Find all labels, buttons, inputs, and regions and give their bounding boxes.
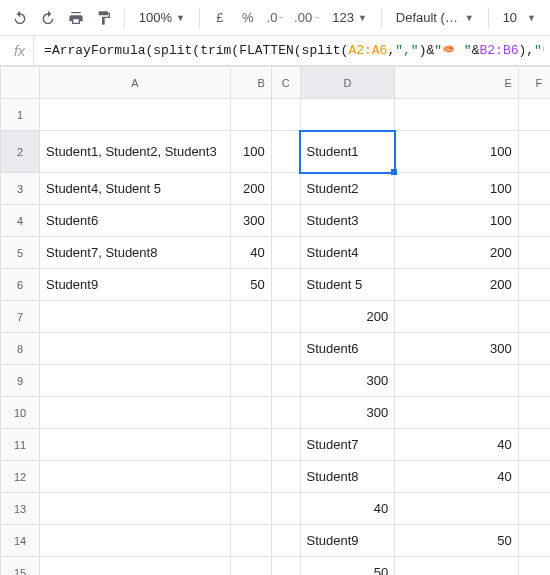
row-header[interactable]: 5 bbox=[1, 237, 40, 269]
col-header-D[interactable]: D bbox=[300, 67, 395, 99]
cell[interactable] bbox=[518, 461, 550, 493]
row-header[interactable]: 7 bbox=[1, 301, 40, 333]
cell[interactable] bbox=[230, 557, 271, 576]
cell[interactable] bbox=[230, 461, 271, 493]
row-header[interactable]: 14 bbox=[1, 525, 40, 557]
cell[interactable] bbox=[230, 333, 271, 365]
cell[interactable] bbox=[395, 365, 519, 397]
cell[interactable] bbox=[518, 301, 550, 333]
cell[interactable] bbox=[40, 461, 230, 493]
cell[interactable] bbox=[271, 365, 300, 397]
print-button[interactable] bbox=[64, 5, 88, 31]
cell[interactable] bbox=[40, 365, 230, 397]
active-cell[interactable]: Student1 bbox=[300, 131, 395, 173]
cell[interactable] bbox=[271, 525, 300, 557]
cell[interactable]: Student1, Student2, Student3 bbox=[40, 131, 230, 173]
cell[interactable]: 40 bbox=[395, 461, 519, 493]
cell[interactable]: Student7 bbox=[300, 429, 395, 461]
row-header[interactable]: 1 bbox=[1, 99, 40, 131]
cell[interactable] bbox=[395, 397, 519, 429]
select-all-corner[interactable] bbox=[1, 67, 40, 99]
col-header-B[interactable]: B bbox=[230, 67, 271, 99]
cell[interactable] bbox=[395, 557, 519, 576]
cell[interactable] bbox=[230, 301, 271, 333]
formula-input[interactable]: =ArrayFormula(split(trim(FLATTEN(split(A… bbox=[34, 43, 544, 58]
cell[interactable] bbox=[230, 493, 271, 525]
cell[interactable] bbox=[230, 397, 271, 429]
fill-handle[interactable] bbox=[391, 169, 397, 175]
cell[interactable] bbox=[230, 99, 271, 131]
cell[interactable]: 300 bbox=[300, 397, 395, 429]
cell[interactable] bbox=[518, 99, 550, 131]
cell[interactable] bbox=[395, 493, 519, 525]
cell[interactable] bbox=[518, 333, 550, 365]
cell[interactable] bbox=[271, 301, 300, 333]
cell[interactable]: 100 bbox=[230, 131, 271, 173]
spreadsheet-grid[interactable]: A B C D E F 1 2Student1, Student2, Stude… bbox=[0, 66, 550, 575]
cell[interactable] bbox=[518, 269, 550, 301]
cell[interactable]: Student8 bbox=[300, 461, 395, 493]
cell[interactable] bbox=[40, 557, 230, 576]
cell[interactable] bbox=[40, 333, 230, 365]
cell[interactable]: 40 bbox=[395, 429, 519, 461]
row-header[interactable]: 10 bbox=[1, 397, 40, 429]
cell[interactable] bbox=[271, 173, 300, 205]
cell[interactable]: Student4 bbox=[300, 237, 395, 269]
cell[interactable]: 200 bbox=[395, 237, 519, 269]
cell[interactable] bbox=[518, 557, 550, 576]
cell[interactable] bbox=[518, 131, 550, 173]
row-header[interactable]: 11 bbox=[1, 429, 40, 461]
cell[interactable] bbox=[271, 99, 300, 131]
cell[interactable]: 100 bbox=[395, 131, 519, 173]
cell[interactable] bbox=[271, 131, 300, 173]
cell[interactable]: Student 5 bbox=[300, 269, 395, 301]
cell[interactable]: 300 bbox=[395, 333, 519, 365]
cell[interactable] bbox=[40, 99, 230, 131]
undo-button[interactable] bbox=[8, 5, 32, 31]
cell[interactable]: 50 bbox=[395, 525, 519, 557]
redo-button[interactable] bbox=[36, 5, 60, 31]
cell[interactable] bbox=[40, 301, 230, 333]
cell[interactable]: 100 bbox=[395, 173, 519, 205]
cell[interactable]: Student3 bbox=[300, 205, 395, 237]
cell[interactable] bbox=[518, 493, 550, 525]
font-dropdown[interactable]: Default (Ari... ▼ bbox=[390, 5, 480, 31]
cell[interactable] bbox=[271, 557, 300, 576]
cell[interactable]: 40 bbox=[230, 237, 271, 269]
col-header-C[interactable]: C bbox=[271, 67, 300, 99]
cell[interactable]: Student6 bbox=[300, 333, 395, 365]
currency-button[interactable]: £ bbox=[208, 5, 232, 31]
cell[interactable] bbox=[271, 429, 300, 461]
cell[interactable] bbox=[518, 525, 550, 557]
row-header[interactable]: 15 bbox=[1, 557, 40, 576]
row-header[interactable]: 13 bbox=[1, 493, 40, 525]
cell[interactable] bbox=[40, 525, 230, 557]
cell[interactable] bbox=[271, 493, 300, 525]
cell[interactable] bbox=[230, 525, 271, 557]
cell[interactable] bbox=[40, 493, 230, 525]
cell[interactable] bbox=[395, 301, 519, 333]
percent-button[interactable]: % bbox=[236, 5, 260, 31]
row-header[interactable]: 9 bbox=[1, 365, 40, 397]
paint-format-button[interactable] bbox=[92, 5, 116, 31]
cell[interactable]: Student6 bbox=[40, 205, 230, 237]
cell[interactable]: 40 bbox=[300, 493, 395, 525]
cell[interactable] bbox=[518, 397, 550, 429]
zoom-dropdown[interactable]: 100% ▼ bbox=[133, 5, 191, 31]
cell[interactable]: 200 bbox=[230, 173, 271, 205]
col-header-F[interactable]: F bbox=[518, 67, 550, 99]
row-header[interactable]: 4 bbox=[1, 205, 40, 237]
row-header[interactable]: 8 bbox=[1, 333, 40, 365]
col-header-E[interactable]: E bbox=[395, 67, 519, 99]
cell[interactable]: 100 bbox=[395, 205, 519, 237]
cell[interactable] bbox=[518, 365, 550, 397]
cell[interactable]: 300 bbox=[300, 365, 395, 397]
cell[interactable] bbox=[271, 237, 300, 269]
cell[interactable]: 300 bbox=[230, 205, 271, 237]
cell[interactable]: Student9 bbox=[40, 269, 230, 301]
cell[interactable] bbox=[300, 99, 395, 131]
cell[interactable]: Student4, Student 5 bbox=[40, 173, 230, 205]
cell[interactable]: Student7, Student8 bbox=[40, 237, 230, 269]
decrease-decimal-button[interactable]: .0← bbox=[264, 5, 288, 31]
cell[interactable] bbox=[271, 333, 300, 365]
